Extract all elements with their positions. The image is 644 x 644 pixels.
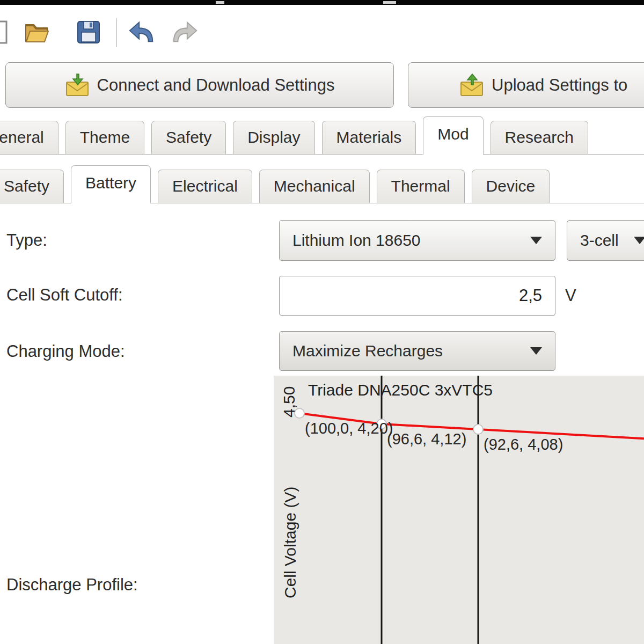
y-axis-label: Cell Voltage (V) <box>281 487 299 598</box>
tab-mod[interactable]: Mod <box>423 116 483 155</box>
tab-theme[interactable]: Theme <box>65 121 144 154</box>
connect-and-download-button[interactable]: Connect and Download Settings <box>5 62 394 108</box>
chevron-down-icon <box>634 237 644 244</box>
cell-soft-cutoff-label: Cell Soft Cutoff: <box>6 286 123 305</box>
connect-button-label: Connect and Download Settings <box>97 76 335 95</box>
type-label: Type: <box>6 231 47 250</box>
cell-soft-cutoff-input[interactable] <box>279 276 555 316</box>
open-folder-icon[interactable] <box>23 18 52 46</box>
discharge-profile-chart[interactable]: Triade DNA250C 3xVTC5 4,50 Cell Voltage … <box>274 376 644 644</box>
battery-type-value: Lithium Ion 18650 <box>292 231 421 250</box>
chevron-down-icon <box>530 237 542 244</box>
subtab-device[interactable]: Device <box>472 170 550 203</box>
download-envelope-icon <box>65 73 90 98</box>
chevron-down-icon <box>530 347 542 355</box>
discharge-curve-plot[interactable] <box>274 376 644 644</box>
cell-count-value: 3-cell <box>580 231 619 250</box>
upload-envelope-icon <box>459 73 484 98</box>
undo-icon[interactable] <box>128 18 157 46</box>
tab-safety[interactable]: Safety <box>151 121 226 154</box>
discharge-profile-label: Discharge Profile: <box>6 575 138 595</box>
main-tabs-baseline <box>0 154 644 155</box>
charging-mode-select[interactable]: Maximize Recharges <box>279 331 555 371</box>
battery-type-select[interactable]: Lithium Ion 18650 <box>279 220 555 261</box>
tab-general[interactable]: General <box>0 121 58 154</box>
subtab-thermal[interactable]: Thermal <box>377 170 465 203</box>
charging-mode-label: Charging Mode: <box>6 342 125 361</box>
titlebar-text-fragment <box>383 1 396 4</box>
tab-materials[interactable]: Materials <box>322 121 416 154</box>
main-tab-bar: General Theme Safety Display Materials M… <box>0 116 588 154</box>
chart-title: Triade DNA250C 3xVTC5 <box>308 381 493 399</box>
mod-sub-tab-bar: Safety Battery Electrical Mechanical The… <box>0 165 550 203</box>
save-icon[interactable] <box>74 18 103 46</box>
data-point-annotation: (96,6, 4,12) <box>387 430 466 448</box>
window-titlebar <box>0 0 644 5</box>
subtab-battery[interactable]: Battery <box>71 165 151 203</box>
cell-count-select[interactable]: 3-cell <box>567 220 644 261</box>
tab-research[interactable]: Research <box>491 121 588 154</box>
subtab-electrical[interactable]: Electrical <box>158 170 252 203</box>
data-point-annotation: (92,6, 4,08) <box>484 436 563 453</box>
toolbar-separator <box>116 18 117 47</box>
cutoff-unit-label: V <box>565 286 576 305</box>
tab-display[interactable]: Display <box>233 121 314 154</box>
subtab-safety[interactable]: Safety <box>0 170 64 203</box>
y-axis-tick-label: 4,50 <box>280 386 298 418</box>
redo-icon <box>170 18 199 46</box>
data-point-annotation: (100,0, 4,20) <box>305 420 393 437</box>
upload-settings-button[interactable]: Upload Settings to <box>408 62 644 108</box>
escribe-app-window: { "titlebar": { "bg": "#060606" }, "tool… <box>0 0 644 644</box>
charging-mode-value: Maximize Recharges <box>292 342 443 360</box>
titlebar-text-fragment <box>216 1 224 4</box>
upload-button-label: Upload Settings to <box>492 76 627 95</box>
subtab-mechanical[interactable]: Mechanical <box>259 170 370 203</box>
new-file-icon[interactable] <box>0 18 12 46</box>
